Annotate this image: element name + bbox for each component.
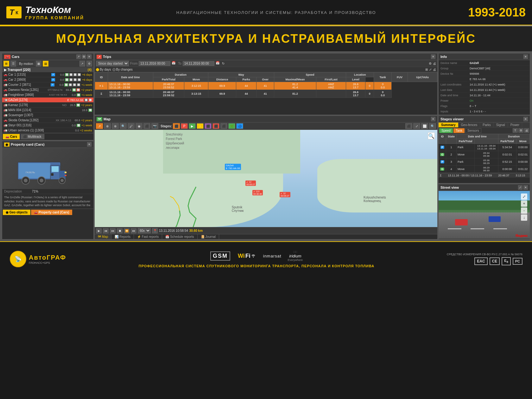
stage-btn-8[interactable]: 🌿 (228, 123, 235, 129)
stage-btn-4[interactable]: ⚡ (197, 123, 204, 129)
cars-view-icon-btn[interactable]: ⊞ (3, 61, 9, 66)
car-item-skoda[interactable]: 🚗 Skoda Octavia [1282] XK 186 A 11 68.8 … (2, 118, 93, 123)
map-fullscreen-btn[interactable]: ⬜ (421, 123, 428, 129)
map-btn-4[interactable]: 🖊 (128, 123, 135, 129)
map-close-btn[interactable]: ✕ (431, 117, 435, 121)
map-layers-btn[interactable]: ⬛ (405, 123, 412, 129)
map-btn-3[interactable]: 🔍 (120, 123, 127, 129)
stage-row-1[interactable]: P 1 Park 13.11.16 - 05:3413.11.16 - 05:3… (439, 144, 530, 151)
car-item-man[interactable]: 🚛 MAN 004 [1314] 18.6 ⬜ (2, 108, 93, 113)
cars-filter-btn2[interactable]: ▤ (43, 61, 48, 66)
stage-row-3[interactable]: P 3 Park 05:3606:29 0:52:15 0:00:00 (439, 158, 530, 166)
car-item-1[interactable]: 🚗 Car 1 [1315] P 0.0 ⬜ ⬜ ⬜ ⬜ +6 days (2, 72, 93, 77)
trips-from-input[interactable] (139, 61, 170, 66)
tab-schedule-reports[interactable]: 📅 Schedule reports (162, 234, 197, 239)
transport-group[interactable]: ▶ Transport [220] (4) (2, 67, 93, 72)
cars-refresh-btn[interactable]: ↗ (79, 61, 85, 66)
tab-map[interactable]: 🗺 Map (95, 234, 111, 239)
map-btn-route[interactable]: ↗ (96, 123, 103, 129)
property-close-btn[interactable]: ✕ (87, 142, 92, 147)
car-item-2[interactable]: 🚗 Car 2 [3869] P 0.0 ⬜ ⬜ ⬜ ⬜ +6 days (2, 77, 93, 82)
stage-btn-5[interactable]: ⬛ (205, 123, 212, 129)
stage-btn-1[interactable]: ⬛ (173, 123, 180, 129)
trips-print-btn[interactable]: 🖨 (433, 62, 436, 65)
car-item-kamaz[interactable]: 🚛 Kamaz [1278] NO 26.5 ⬜ +2 years (2, 103, 93, 108)
playback-speed-select[interactable]: 60x (138, 228, 151, 233)
stage-row-2[interactable]: G 2 Move 05:3405:36 0:02:01 0:02:01 (439, 151, 530, 158)
map-btn-7[interactable]: 📷 (151, 123, 158, 129)
trips-filter-select[interactable]: Since day started (96, 61, 129, 66)
next-frame-btn[interactable]: ⏩ (124, 228, 130, 233)
stage-subtab-tank[interactable]: Tank (453, 128, 465, 133)
stage-btn-3[interactable]: ▶ (189, 123, 196, 129)
stages-settings-btn[interactable]: T (513, 128, 518, 133)
car-item-3[interactable]: 🚛 Courier 2 [3871] P 0.0 ⬜ ⬜ ⬜ ⬜ +1 week (2, 82, 93, 87)
sv-expand-btn[interactable]: ⤢ (521, 193, 527, 200)
tab-geo-objects[interactable]: ◉ Geo objects (3, 210, 30, 215)
cars-settings-btn[interactable]: ⚙ (82, 54, 86, 59)
stage-btn-2[interactable]: P (181, 123, 188, 129)
stage-row-4[interactable]: G 4 Move 06:2906:30 0:00:00 0:01:22 (439, 166, 530, 173)
stage-btn-7[interactable]: ⬛ (220, 123, 227, 129)
trips-refresh-btn[interactable]: ↻ (222, 62, 225, 65)
car-item-gazell[interactable]: 🚛 GAZell [1274] E 783 АА 66 ⬜ ⬜ (2, 98, 93, 103)
prev-btn[interactable]: ⏮ (103, 228, 109, 233)
stage-subtab-sensors[interactable]: Sensors (465, 128, 481, 133)
stage-btn-6[interactable]: ⬛ (212, 123, 219, 129)
cars-close-btn[interactable]: ✕ (87, 54, 92, 59)
trip-row-1[interactable]: ≡ 1 13.11.16 - 00:0013.11.16 - 23:59 20:… (95, 82, 437, 90)
trips-cal-from[interactable]: 📅 (172, 61, 177, 66)
sv-down-btn[interactable]: ↓ (521, 214, 527, 221)
sv-zoom-in-btn[interactable]: + (521, 200, 527, 207)
trips-settings-btn[interactable]: ⚙ (429, 62, 432, 65)
trips-expand-btn[interactable]: ⤢ (429, 68, 432, 71)
trips-cal-to[interactable]: 📅 (216, 61, 221, 66)
cars-list-btn[interactable]: ☰ (10, 61, 16, 66)
tab-reports[interactable]: 📊 Reports (111, 234, 134, 239)
map-btn-5[interactable]: ◉ (136, 123, 142, 129)
stages-config-btn[interactable]: ⚙ (518, 128, 523, 133)
stop-btn[interactable]: ⏹ (117, 228, 123, 233)
car-item-steyr[interactable]: 🚛 Steyr 001 [1316] 0.0 ⬜ +1 week (2, 123, 93, 128)
info-close-btn[interactable]: ✕ (523, 54, 528, 59)
tab-property-card[interactable]: 🚗 Property card (Cars) (31, 210, 72, 215)
next-btn[interactable]: ⏭ (131, 228, 136, 233)
street-view-close-btn[interactable]: ✕ (523, 185, 528, 190)
tab-fast-reports[interactable]: ⚡ Fast reports (134, 234, 162, 239)
map-btn-6[interactable]: ⬛ (143, 123, 150, 129)
tab-journal[interactable]: 📔 Journal (198, 234, 219, 239)
play-btn[interactable]: ▶ (96, 228, 102, 233)
stage-tab-geofences[interactable]: Geo-fences (459, 123, 480, 127)
tab-cars[interactable]: 🚗 Cars (3, 134, 20, 139)
tab-multitrack[interactable]: ⬛ Multitrack (21, 134, 44, 139)
stages-close-btn[interactable]: ✕ (523, 117, 528, 121)
trips-to-input[interactable] (183, 61, 214, 66)
stage-tab-parks[interactable]: Parks (480, 123, 494, 127)
sv-zoom-out-btn[interactable]: - (521, 207, 527, 214)
car-item-scavenger[interactable]: 🚛 Scavenger [1307] (2, 113, 93, 118)
car-item-4[interactable]: 🚗 Daewoo Nexia [1281] 0T739A174 69.4 ⬜ ⬜… (2, 87, 93, 92)
stage-subtab-speed[interactable]: Speed (439, 128, 453, 133)
cars-filter-btn1[interactable]: ▦ (36, 61, 41, 66)
playback-pin-btn[interactable]: 📍 (152, 228, 158, 233)
by-days-radio[interactable]: By days (96, 68, 111, 71)
map-expand-btn[interactable]: ⤢ (413, 123, 420, 129)
map-btn-1[interactable]: ⊕ (104, 123, 111, 129)
trips-print2-btn[interactable]: 🖨 (433, 68, 436, 71)
map-search-icon[interactable]: 🔍 (428, 132, 435, 139)
car-item-urban[interactable]: 🚛 Urban services (1) [1308] 0.0 +2 weeks (2, 128, 93, 133)
cars-config-btn[interactable]: ⚙ (86, 61, 92, 66)
street-view-expand-btn[interactable]: ⤢ (518, 185, 522, 190)
car-item-5[interactable]: 🚛 Freightliner [3868] A 827 НЕ 58 КЗ 0.0… (2, 92, 93, 98)
stage-tab-signal[interactable]: Signal (494, 123, 508, 127)
prev-frame-btn[interactable]: ⏭ (110, 228, 116, 233)
stages-print-btn[interactable]: 🖨 (524, 128, 529, 133)
stage-tab-power[interactable]: Power (508, 123, 522, 127)
stage-btn-9[interactable]: 🔵 (236, 123, 243, 129)
by-changes-radio[interactable]: By changes (112, 68, 133, 71)
stage-tab-summary[interactable]: Summary (439, 123, 459, 127)
trips-toggle-btn[interactable]: ⊞ (425, 68, 428, 71)
cars-expand-btn[interactable]: ↗ (76, 54, 81, 59)
map-search-btn[interactable]: 🔍 (429, 123, 436, 129)
map-btn-2[interactable]: ⊗ (112, 123, 119, 129)
